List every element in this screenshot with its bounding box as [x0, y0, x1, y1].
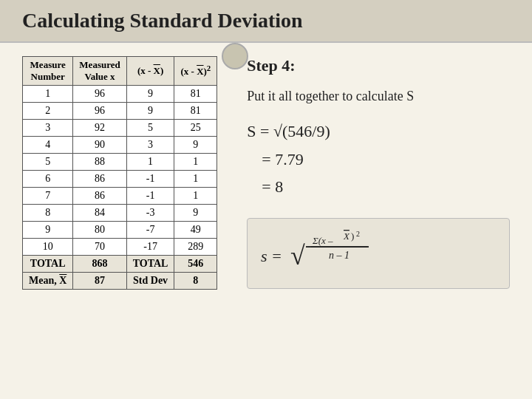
table-cell: 3: [126, 137, 174, 154]
table-cell: 1: [126, 154, 174, 171]
table-cell: -17: [126, 239, 174, 256]
table-cell: 92: [73, 120, 126, 137]
table-row: 196981: [23, 86, 217, 103]
table-cell: 1: [23, 86, 73, 103]
formula-line1: S = √(546/9): [247, 117, 510, 145]
table-cell: 49: [174, 222, 217, 239]
content-area: MeasureNumber MeasuredValue x (x - X) (x…: [22, 56, 510, 290]
table-cell: 25: [174, 120, 217, 137]
table-row: 58811: [23, 154, 217, 171]
step-label: Step 4:: [247, 56, 510, 75]
svg-text:n – 1: n – 1: [329, 250, 349, 261]
table-section: MeasureNumber MeasuredValue x (x - X) (x…: [22, 56, 217, 290]
table-cell: 90: [73, 137, 126, 154]
table-cell: 1: [174, 171, 217, 188]
table-cell: 70: [73, 239, 126, 256]
table-cell: 86: [73, 188, 126, 205]
table-row: 1070-17289: [23, 239, 217, 256]
table-cell: 87: [73, 273, 126, 290]
circle-decoration: [222, 43, 248, 69]
right-panel: Step 4: Put it all together to calculate…: [232, 56, 510, 290]
formula-svg: s = √ Σ(x – X ) 2 n – 1: [258, 226, 376, 278]
svg-text:X: X: [343, 231, 350, 242]
table-cell: 86: [73, 171, 126, 188]
table-cell: 10: [23, 239, 73, 256]
table-cell: 289: [174, 239, 217, 256]
table-cell: Std Dev: [126, 273, 174, 290]
svg-text:): ): [351, 231, 354, 242]
table-row: 686-11: [23, 171, 217, 188]
table-cell: 96: [73, 103, 126, 120]
table-cell: 80: [73, 222, 126, 239]
step-description: Put it all together to calculate S: [247, 87, 510, 106]
table-row: 884-39: [23, 205, 217, 222]
table-cell: 5: [23, 154, 73, 171]
table-cell: 9: [23, 222, 73, 239]
table-cell: 868: [73, 256, 126, 273]
table-cell: 7: [23, 188, 73, 205]
table-cell: 1: [174, 154, 217, 171]
table-row: Mean, X87Std Dev8: [23, 273, 217, 290]
table-cell: 8: [174, 273, 217, 290]
table-cell: 84: [73, 205, 126, 222]
table-cell: 9: [126, 103, 174, 120]
table-cell: -1: [126, 171, 174, 188]
formula-line3: = 8: [247, 173, 510, 200]
table-cell: 9: [174, 137, 217, 154]
table-cell: -3: [126, 205, 174, 222]
svg-text:Σ(x –: Σ(x –: [312, 235, 333, 246]
table-cell: 81: [174, 103, 217, 120]
table-cell: 81: [174, 86, 217, 103]
svg-text:√: √: [290, 241, 305, 270]
col-header-measure: MeasureNumber: [23, 57, 73, 86]
table-cell: 1: [174, 188, 217, 205]
table-row: TOTAL868TOTAL546: [23, 256, 217, 273]
table-cell: Mean, X: [23, 273, 73, 290]
table-cell: 5: [126, 120, 174, 137]
table-row: 980-749: [23, 222, 217, 239]
table-row: 786-11: [23, 188, 217, 205]
slide: Calculating Standard Deviation MeasureNu…: [0, 0, 532, 399]
col-header-value: MeasuredValue x: [73, 57, 126, 86]
table-cell: TOTAL: [23, 256, 73, 273]
table-cell: 9: [126, 86, 174, 103]
table-cell: 546: [174, 256, 217, 273]
title-bar: Calculating Standard Deviation: [0, 0, 532, 43]
table-row: 296981: [23, 103, 217, 120]
svg-text:2: 2: [356, 230, 360, 238]
table-row: 392525: [23, 120, 217, 137]
table-cell: 3: [23, 120, 73, 137]
col-header-xbar2: (x - X)2: [174, 57, 217, 86]
table-cell: 96: [73, 86, 126, 103]
table-cell: 88: [73, 154, 126, 171]
table-cell: -7: [126, 222, 174, 239]
table-cell: 9: [174, 205, 217, 222]
data-table: MeasureNumber MeasuredValue x (x - X) (x…: [22, 56, 217, 290]
table-cell: 6: [23, 171, 73, 188]
table-cell: 4: [23, 137, 73, 154]
formula-text: S = √(546/9) = 7.79 = 8: [247, 117, 510, 200]
table-cell: 8: [23, 205, 73, 222]
table-cell: TOTAL: [126, 256, 174, 273]
table-cell: 2: [23, 103, 73, 120]
formula-box: s = √ Σ(x – X ) 2 n – 1: [247, 218, 510, 289]
table-row: 49039: [23, 137, 217, 154]
svg-text:s =: s =: [261, 247, 282, 265]
table-cell: -1: [126, 188, 174, 205]
col-header-xbar: (x - X): [126, 57, 174, 86]
slide-title: Calculating Standard Deviation: [22, 9, 303, 32]
formula-line2: = 7.79: [247, 146, 510, 173]
